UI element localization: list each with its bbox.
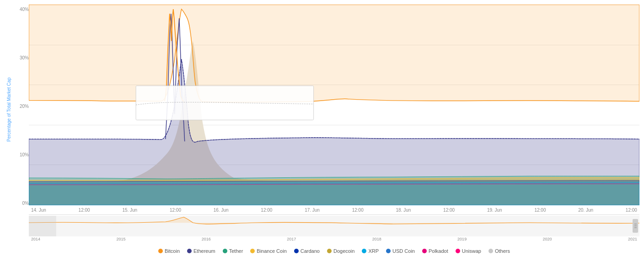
legend-polkadot-label: Polkadot — [429, 248, 448, 254]
x-tick-1200-3: 12:00 — [261, 208, 272, 213]
legend-xrp[interactable]: XRP — [362, 248, 379, 254]
mini-tick-2015: 2015 — [116, 237, 125, 241]
xrp-dot — [362, 249, 366, 253]
uniswap-dot — [456, 249, 460, 253]
binance-dot — [250, 249, 255, 253]
svg-rect-1 — [136, 86, 314, 120]
mini-x-axis: 2014 2015 2016 2017 2018 2019 2020 2021 — [29, 237, 639, 241]
x-tick-1200-6: 12:00 — [534, 208, 546, 213]
mini-tick-2021: 2021 — [628, 237, 637, 241]
y-axis-label: Percentage of Total Market Cap — [5, 5, 13, 215]
polkadot-dot — [422, 249, 427, 253]
chart-plot[interactable]: 14. Jun 12:00 15. Jun 12:00 16. Jun 12:0… — [29, 5, 639, 215]
chart-container: Percentage of Total Market Cap 40% 30% 2… — [0, 0, 644, 267]
x-tick-19jun: 19. Jun — [487, 208, 502, 213]
x-tick-17jun: 17. Jun — [305, 208, 320, 213]
main-chart: Percentage of Total Market Cap 40% 30% 2… — [5, 5, 639, 215]
mini-tick-2014: 2014 — [31, 237, 40, 241]
legend-ethereum[interactable]: Ethereum — [187, 248, 215, 254]
x-tick-15jun: 15. Jun — [122, 208, 137, 213]
mini-tick-2017: 2017 — [287, 237, 296, 241]
legend-usdcoin-label: USD Coin — [392, 248, 415, 254]
bitcoin-dot — [158, 249, 163, 253]
legend-dogecoin-label: Dogecoin — [333, 248, 354, 254]
legend-polkadot[interactable]: Polkadot — [422, 248, 448, 254]
x-tick-20jun: 20. Jun — [578, 208, 593, 213]
svg-rect-3 — [29, 216, 56, 236]
legend-cardano[interactable]: Cardano — [294, 248, 320, 254]
y-tick-40: 40% — [13, 7, 29, 12]
dogecoin-dot — [327, 249, 332, 253]
others-dot — [488, 249, 493, 253]
main-chart-svg — [29, 5, 639, 205]
legend-usdcoin[interactable]: USD Coin — [386, 248, 415, 254]
y-tick-20: 20% — [13, 104, 29, 109]
legend-others[interactable]: Others — [488, 248, 510, 254]
legend-tether[interactable]: Tether — [223, 248, 243, 254]
y-axis: 40% 30% 20% 10% 0% — [13, 5, 29, 215]
x-tick-1200-1: 12:00 — [79, 208, 90, 213]
cardano-dot — [294, 249, 299, 253]
legend-binance[interactable]: Binance Coin — [250, 248, 286, 254]
x-tick-14jun: 14. Jun — [31, 208, 46, 213]
legend-others-label: Others — [495, 248, 510, 254]
legend-cardano-label: Cardano — [301, 248, 320, 254]
x-axis: 14. Jun 12:00 15. Jun 12:00 16. Jun 12:0… — [29, 205, 639, 214]
legend-xrp-label: XRP — [368, 248, 379, 254]
legend-area: Bitcoin Ethereum Tether Binance Coin Car… — [29, 243, 639, 257]
legend-tether-label: Tether — [229, 248, 243, 254]
tether-dot — [223, 249, 227, 253]
mini-tick-2020: 2020 — [543, 237, 552, 241]
legend-binance-label: Binance Coin — [257, 248, 286, 254]
x-tick-18jun: 18. Jun — [396, 208, 411, 213]
y-tick-0: 0% — [13, 201, 29, 206]
mini-tick-2019: 2019 — [457, 237, 467, 241]
x-tick-16jun: 16. Jun — [214, 208, 229, 213]
svg-rect-2 — [29, 216, 639, 236]
ethereum-dot — [187, 249, 192, 253]
x-tick-1200-5: 12:00 — [443, 208, 455, 213]
mini-tick-2016: 2016 — [202, 237, 211, 241]
y-tick-30: 30% — [13, 55, 29, 60]
legend-dogecoin[interactable]: Dogecoin — [327, 248, 354, 254]
mini-chart-area[interactable]: 2014 2015 2016 2017 2018 2019 2020 2021 — [29, 216, 639, 243]
y-tick-10: 10% — [13, 152, 29, 157]
legend-bitcoin-label: Bitcoin — [165, 248, 180, 254]
x-tick-1200-4: 12:00 — [352, 208, 364, 213]
legend-uniswap-label: Uniswap — [462, 248, 481, 254]
legend-bitcoin[interactable]: Bitcoin — [158, 248, 180, 254]
mini-tick-2018: 2018 — [372, 237, 381, 241]
mini-chart-svg — [29, 216, 639, 236]
legend-uniswap[interactable]: Uniswap — [456, 248, 481, 254]
legend-ethereum-label: Ethereum — [193, 248, 215, 254]
usdcoin-dot — [386, 249, 391, 253]
x-tick-1200-7: 12:00 — [626, 208, 637, 213]
x-tick-1200-2: 12:00 — [170, 208, 181, 213]
